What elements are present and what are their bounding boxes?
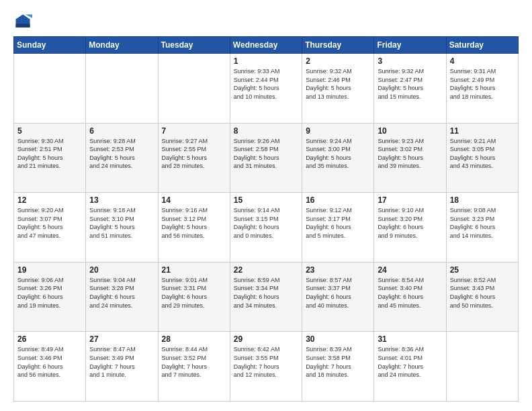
header	[13, 12, 519, 31]
calendar-cell: 6Sunrise: 9:28 AM Sunset: 2:53 PM Daylig…	[86, 123, 158, 193]
week-row-3: 12Sunrise: 9:20 AM Sunset: 3:07 PM Dayli…	[14, 193, 519, 263]
day-info: Sunrise: 9:04 AM Sunset: 3:28 PM Dayligh…	[89, 276, 154, 310]
weekday-header-saturday: Saturday	[446, 37, 518, 54]
calendar-cell: 18Sunrise: 9:08 AM Sunset: 3:23 PM Dayli…	[446, 193, 518, 263]
day-info: Sunrise: 9:06 AM Sunset: 3:26 PM Dayligh…	[17, 276, 82, 310]
day-info: Sunrise: 8:39 AM Sunset: 3:58 PM Dayligh…	[306, 345, 370, 379]
page: SundayMondayTuesdayWednesdayThursdayFrid…	[0, 0, 532, 411]
day-number: 16	[306, 195, 370, 205]
day-info: Sunrise: 9:08 AM Sunset: 3:23 PM Dayligh…	[450, 206, 515, 240]
day-info: Sunrise: 9:18 AM Sunset: 3:10 PM Dayligh…	[89, 206, 154, 240]
day-info: Sunrise: 9:01 AM Sunset: 3:31 PM Dayligh…	[162, 276, 226, 310]
calendar-cell: 26Sunrise: 8:49 AM Sunset: 3:46 PM Dayli…	[14, 332, 86, 402]
day-number: 6	[89, 126, 154, 136]
calendar-cell	[158, 54, 230, 124]
calendar-cell: 29Sunrise: 8:42 AM Sunset: 3:55 PM Dayli…	[230, 332, 302, 402]
day-number: 14	[162, 195, 226, 205]
day-info: Sunrise: 9:26 AM Sunset: 2:58 PM Dayligh…	[234, 137, 298, 171]
weekday-header-row: SundayMondayTuesdayWednesdayThursdayFrid…	[14, 37, 519, 54]
day-number: 4	[450, 56, 515, 66]
day-number: 2	[306, 56, 370, 66]
svg-rect-2	[16, 24, 30, 28]
weekday-header-wednesday: Wednesday	[230, 37, 302, 54]
calendar-cell: 17Sunrise: 9:10 AM Sunset: 3:20 PM Dayli…	[374, 193, 446, 263]
day-info: Sunrise: 8:57 AM Sunset: 3:37 PM Dayligh…	[306, 276, 370, 310]
day-info: Sunrise: 8:52 AM Sunset: 3:43 PM Dayligh…	[450, 276, 515, 310]
day-number: 29	[234, 334, 298, 344]
day-number: 31	[378, 334, 442, 344]
day-number: 3	[378, 56, 442, 66]
day-info: Sunrise: 9:24 AM Sunset: 3:00 PM Dayligh…	[306, 137, 370, 171]
day-number: 15	[234, 195, 298, 205]
day-number: 13	[89, 195, 154, 205]
calendar-cell: 1Sunrise: 9:33 AM Sunset: 2:44 PM Daylig…	[230, 54, 302, 124]
calendar-cell: 19Sunrise: 9:06 AM Sunset: 3:26 PM Dayli…	[14, 262, 86, 332]
day-number: 27	[89, 334, 154, 344]
calendar-cell: 24Sunrise: 8:54 AM Sunset: 3:40 PM Dayli…	[374, 262, 446, 332]
day-info: Sunrise: 9:10 AM Sunset: 3:20 PM Dayligh…	[378, 206, 442, 240]
day-number: 17	[378, 195, 442, 205]
calendar-cell	[86, 54, 158, 124]
week-row-5: 26Sunrise: 8:49 AM Sunset: 3:46 PM Dayli…	[14, 332, 519, 402]
day-number: 19	[17, 265, 82, 275]
calendar-cell: 22Sunrise: 8:59 AM Sunset: 3:34 PM Dayli…	[230, 262, 302, 332]
day-number: 10	[378, 126, 442, 136]
day-info: Sunrise: 9:28 AM Sunset: 2:53 PM Dayligh…	[89, 137, 154, 171]
calendar-cell: 13Sunrise: 9:18 AM Sunset: 3:10 PM Dayli…	[86, 193, 158, 263]
day-number: 28	[162, 334, 226, 344]
day-number: 25	[450, 265, 515, 275]
day-number: 20	[89, 265, 154, 275]
day-info: Sunrise: 9:21 AM Sunset: 3:05 PM Dayligh…	[450, 137, 515, 171]
day-number: 21	[162, 265, 226, 275]
day-info: Sunrise: 8:36 AM Sunset: 4:01 PM Dayligh…	[378, 345, 442, 379]
weekday-header-monday: Monday	[86, 37, 158, 54]
day-number: 8	[234, 126, 298, 136]
calendar-cell: 12Sunrise: 9:20 AM Sunset: 3:07 PM Dayli…	[14, 193, 86, 263]
day-number: 18	[450, 195, 515, 205]
day-info: Sunrise: 9:32 AM Sunset: 2:47 PM Dayligh…	[378, 67, 442, 101]
day-number: 22	[234, 265, 298, 275]
day-info: Sunrise: 9:23 AM Sunset: 3:02 PM Dayligh…	[378, 137, 442, 171]
day-info: Sunrise: 9:12 AM Sunset: 3:17 PM Dayligh…	[306, 206, 370, 240]
day-info: Sunrise: 9:32 AM Sunset: 2:46 PM Dayligh…	[306, 67, 370, 101]
calendar-cell: 15Sunrise: 9:14 AM Sunset: 3:15 PM Dayli…	[230, 193, 302, 263]
day-number: 1	[234, 56, 298, 66]
weekday-header-tuesday: Tuesday	[158, 37, 230, 54]
day-info: Sunrise: 8:47 AM Sunset: 3:49 PM Dayligh…	[89, 345, 154, 379]
week-row-1: 1Sunrise: 9:33 AM Sunset: 2:44 PM Daylig…	[14, 54, 519, 124]
calendar-cell: 31Sunrise: 8:36 AM Sunset: 4:01 PM Dayli…	[374, 332, 446, 402]
calendar-cell: 23Sunrise: 8:57 AM Sunset: 3:37 PM Dayli…	[302, 262, 374, 332]
calendar-cell: 3Sunrise: 9:32 AM Sunset: 2:47 PM Daylig…	[374, 54, 446, 124]
day-number: 9	[306, 126, 370, 136]
day-number: 30	[306, 334, 370, 344]
day-number: 12	[17, 195, 82, 205]
day-info: Sunrise: 9:27 AM Sunset: 2:55 PM Dayligh…	[162, 137, 226, 171]
calendar-cell: 5Sunrise: 9:30 AM Sunset: 2:51 PM Daylig…	[14, 123, 86, 193]
day-info: Sunrise: 8:44 AM Sunset: 3:52 PM Dayligh…	[162, 345, 226, 379]
week-row-2: 5Sunrise: 9:30 AM Sunset: 2:51 PM Daylig…	[14, 123, 519, 193]
calendar-table: SundayMondayTuesdayWednesdayThursdayFrid…	[13, 36, 519, 402]
day-number: 26	[17, 334, 82, 344]
day-info: Sunrise: 9:33 AM Sunset: 2:44 PM Dayligh…	[234, 67, 298, 101]
day-info: Sunrise: 8:54 AM Sunset: 3:40 PM Dayligh…	[378, 276, 442, 310]
calendar-cell: 8Sunrise: 9:26 AM Sunset: 2:58 PM Daylig…	[230, 123, 302, 193]
logo-icon	[13, 12, 32, 31]
calendar-cell: 28Sunrise: 8:44 AM Sunset: 3:52 PM Dayli…	[158, 332, 230, 402]
calendar-cell: 11Sunrise: 9:21 AM Sunset: 3:05 PM Dayli…	[446, 123, 518, 193]
weekday-header-thursday: Thursday	[302, 37, 374, 54]
day-info: Sunrise: 8:42 AM Sunset: 3:55 PM Dayligh…	[234, 345, 298, 379]
day-info: Sunrise: 9:30 AM Sunset: 2:51 PM Dayligh…	[17, 137, 82, 171]
weekday-header-sunday: Sunday	[14, 37, 86, 54]
day-info: Sunrise: 9:20 AM Sunset: 3:07 PM Dayligh…	[17, 206, 82, 240]
day-info: Sunrise: 9:16 AM Sunset: 3:12 PM Dayligh…	[162, 206, 226, 240]
day-info: Sunrise: 9:14 AM Sunset: 3:15 PM Dayligh…	[234, 206, 298, 240]
logo	[13, 12, 35, 31]
day-number: 23	[306, 265, 370, 275]
calendar-cell: 9Sunrise: 9:24 AM Sunset: 3:00 PM Daylig…	[302, 123, 374, 193]
week-row-4: 19Sunrise: 9:06 AM Sunset: 3:26 PM Dayli…	[14, 262, 519, 332]
day-number: 5	[17, 126, 82, 136]
day-number: 7	[162, 126, 226, 136]
calendar-cell: 30Sunrise: 8:39 AM Sunset: 3:58 PM Dayli…	[302, 332, 374, 402]
calendar-cell: 10Sunrise: 9:23 AM Sunset: 3:02 PM Dayli…	[374, 123, 446, 193]
calendar-cell	[14, 54, 86, 124]
